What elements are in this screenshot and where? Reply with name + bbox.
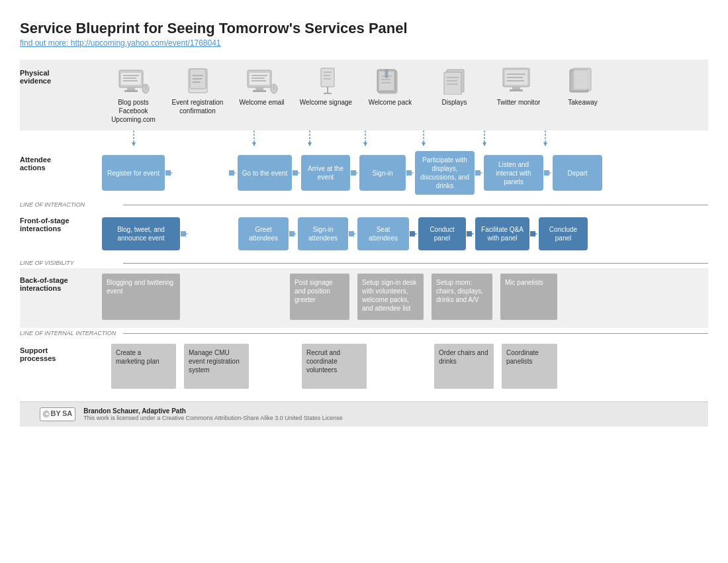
svg-marker-76 (293, 170, 300, 176)
physical-evidence-row: Physicalevidence (20, 60, 708, 130)
fos-label: Front-of-stageinteractions (20, 217, 69, 232)
pe-welcome-email: Welcome email (230, 66, 293, 107)
svg-marker-65 (308, 142, 312, 146)
svg-marker-63 (252, 142, 256, 146)
pe-welcome-email-icon (245, 66, 279, 95)
svg-marker-83 (349, 231, 357, 236)
svg-marker-73 (543, 142, 547, 146)
pe-registration-icon (181, 66, 215, 95)
footer-license: This work is licensed under a Creative C… (83, 415, 343, 421)
aa-arrive: Arrive at the event (301, 155, 350, 191)
aa-label-cell: Attendeeactions (20, 146, 99, 199)
title-section: Service Blueprint for Seeing Tomorrow's … (20, 20, 708, 48)
back-of-stage-row: Back-of-stageinteractions Blogging and t… (20, 268, 708, 328)
sp-label-cell: Supportprocesses (20, 338, 99, 395)
pe-welcome-pack-icon (373, 66, 408, 95)
svg-marker-78 (406, 170, 414, 176)
aa-goto: Go to the event (238, 155, 292, 191)
subtitle-link[interactable]: find out more: http://upcoming.yahoo.com… (20, 38, 221, 48)
aa-depart: Depart (553, 155, 602, 191)
pe-displays-label: Displays (442, 98, 467, 107)
pe-label: Physicalevidence (20, 69, 51, 85)
pe-content: Blog posts Facebook Upcoming.com (99, 60, 708, 130)
support-processes-row: Supportprocesses Create a marketing plan… (20, 338, 708, 395)
bos-post-signage: Post signage and position greeter (290, 274, 349, 320)
aa-participate: Participate with displays, discussions, … (415, 151, 475, 195)
svg-marker-81 (181, 231, 189, 236)
footer-text: Brandon Schauer, Adaptive Path This work… (83, 407, 343, 421)
pe-takeaway: Takeaway (551, 66, 614, 107)
pe-displays-icon (437, 66, 472, 95)
sp-content: Create a marketing plan Manage CMU event… (99, 338, 708, 395)
bos-setup-signin: Setup sign-in desk with volunteers, welc… (357, 274, 424, 320)
aa-register: Register for event (102, 155, 165, 191)
svg-marker-67 (363, 142, 367, 146)
cc-sa-icon: SA (62, 409, 72, 419)
pe-welcome-signage: Welcome signage (295, 66, 357, 107)
svg-marker-82 (289, 231, 297, 236)
fos-seat: Seat attendees (357, 217, 409, 250)
line-of-internal-interaction: LINE OF INTERNAL INTERACTION (20, 328, 708, 338)
aa-content: Register for event Go to the event Arriv… (99, 146, 708, 199)
fos-facilitate: Facilitate Q&A with panel (475, 217, 529, 250)
svg-marker-86 (530, 231, 538, 236)
bos-setup-room: Setup room: chairs, displays, drinks and… (432, 274, 492, 320)
svg-marker-74 (165, 170, 173, 176)
bos-mic: Mic panelists (500, 274, 557, 320)
front-of-stage-row: Front-of-stageinteractions Blog, tweet, … (20, 210, 708, 258)
sp-cmu: Manage CMU event registration system (184, 344, 249, 389)
svg-rect-19 (250, 73, 269, 85)
fos-conclude: Conclude panel (539, 217, 588, 250)
pe-welcome-signage-icon (309, 66, 343, 95)
svg-rect-23 (255, 87, 263, 90)
line-of-visibility: LINE OF VISIBILITY (20, 258, 708, 268)
pe-twitter-monitor: Twitter monitor (487, 66, 550, 107)
svg-marker-71 (482, 142, 486, 146)
svg-rect-27 (321, 68, 334, 87)
bos-label: Back-of-stageinteractions (20, 276, 68, 292)
pe-registration-label: Event registration confirmation (166, 98, 229, 115)
cc-by-icon: BY (51, 409, 61, 419)
svg-rect-42 (444, 72, 461, 95)
svg-rect-5 (127, 87, 135, 90)
svg-rect-51 (512, 87, 520, 89)
fos-conduct: Conduct panel (418, 217, 466, 250)
footer-author: Brandon Schauer, Adaptive Path (83, 407, 343, 415)
bos-blogging: Blogging and twittering event (102, 274, 180, 320)
page: Service Blueprint for Seeing Tomorrow's … (0, 0, 728, 433)
svg-rect-40 (385, 70, 388, 77)
title-rest: for Seeing Tomorrow's Services Panel (140, 20, 408, 36)
pe-registration: Event registration confirmation (166, 66, 229, 115)
pe-welcome-email-label: Welcome email (239, 98, 284, 107)
pe-blog: Blog posts Facebook Upcoming.com (102, 66, 165, 124)
pe-takeaway-label: Takeaway (568, 98, 597, 107)
pe-displays: Displays (423, 66, 486, 107)
fos-greet: Greet attendees (238, 217, 289, 250)
svg-marker-80 (544, 170, 552, 176)
pe-blog-label: Blog posts Facebook Upcoming.com (111, 98, 156, 124)
connectors-pe-to-aa (20, 130, 708, 146)
svg-marker-69 (422, 142, 426, 146)
svg-marker-85 (467, 231, 475, 236)
fos-blog-tweet: Blog, tweet, and announce event (102, 217, 180, 250)
cc-icons: © BY SA (40, 407, 75, 421)
pe-twitter-monitor-label: Twitter monitor (497, 98, 541, 107)
pe-welcome-pack-label: Welcome pack (369, 98, 412, 107)
line-of-interaction: LINE OF INTERACTION (20, 199, 708, 210)
svg-marker-84 (410, 231, 418, 236)
sp-coordinate: Coordinate panelists (502, 344, 557, 389)
attendee-actions-row: Attendeeactions Register for event Go to… (20, 146, 708, 199)
svg-rect-24 (253, 90, 266, 92)
aa-listen: Listen and interact with panels (484, 155, 543, 191)
aa-signin: Sign-in (359, 155, 406, 191)
line-of-internal-label: LINE OF INTERNAL INTERACTION (20, 330, 119, 336)
pe-takeaway-icon (566, 66, 600, 95)
aa-label: Attendeeactions (20, 156, 51, 172)
svg-marker-75 (229, 170, 237, 176)
line-of-interaction-label: LINE OF INTERACTION (20, 201, 119, 208)
svg-marker-77 (351, 170, 359, 176)
bos-content: Blogging and twittering event Post signa… (99, 268, 708, 328)
line-of-visibility-label: LINE OF VISIBILITY (20, 260, 119, 266)
sp-marketing: Create a marketing plan (111, 344, 176, 389)
title-bold: Service Blueprint (20, 20, 140, 36)
